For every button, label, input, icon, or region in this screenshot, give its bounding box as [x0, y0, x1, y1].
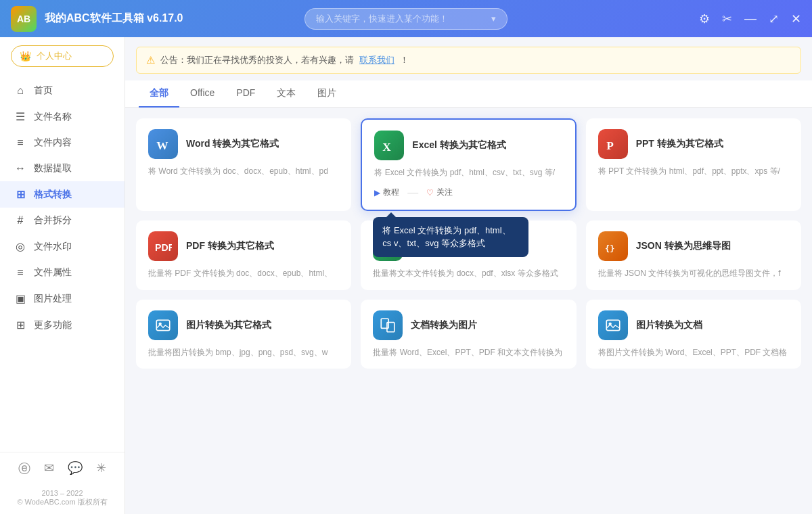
card-excel-actions: ▶ 教程 — ♡ 关注: [374, 187, 562, 199]
close-icon[interactable]: ✕: [791, 11, 801, 26]
tab-image[interactable]: 图片: [307, 80, 347, 108]
tab-office[interactable]: Office: [179, 80, 225, 108]
card-img2doc-desc: 将图片文件转换为 Word、Excel、PPT、PDF 文档格: [598, 347, 789, 358]
img2doc-icon: [598, 310, 628, 340]
scissors-icon[interactable]: ✂: [722, 11, 732, 26]
heart-icon: ♡: [426, 188, 434, 197]
svg-text:P: P: [606, 139, 614, 152]
card-word[interactable]: W Word 转换为其它格式 将 Word 文件转换为 doc、docx、epu…: [136, 118, 351, 211]
email-icon[interactable]: ✉: [44, 461, 54, 477]
sidebar-label-mergesplit: 合并拆分: [34, 214, 72, 227]
card-doc2img-desc: 批量将 Word、Excel、PPT、PDF 和文本文件转换为: [373, 347, 564, 358]
card-word-title: Word 转换为其它格式: [186, 138, 279, 150]
sidebar-label-imgprocess: 图片处理: [34, 293, 72, 305]
titlebar: AB 我的ABC软件工具箱 v6.17.0 输入关键字，快速进入某个功能！ ▾ …: [0, 0, 812, 37]
play-icon: ▶: [374, 188, 380, 197]
word-icon: W: [148, 129, 178, 159]
minimize-icon[interactable]: —: [744, 11, 757, 26]
sidebar-item-filecontent[interactable]: ≡ 文件内容: [0, 130, 125, 156]
filename-icon: ☰: [14, 110, 27, 123]
app-logo: AB: [11, 6, 37, 32]
card-doc2img-title: 文档转换为图片: [411, 319, 477, 331]
sidebar-item-filename[interactable]: ☰ 文件名称: [0, 103, 125, 130]
mergesplit-icon: #: [14, 214, 27, 227]
copyright: 2013 – 2022 © WodeABC.com 版权所有: [0, 485, 125, 514]
card-imgconv-header: 图片转换为其它格式: [148, 310, 339, 340]
imgprocess-icon: ▣: [14, 292, 27, 305]
card-ppt-desc: 将 PPT 文件转换为 html、pdf、ppt、pptx、xps 等/: [598, 166, 789, 177]
fileattr-icon: ≡: [14, 266, 27, 279]
sidebar-item-mergesplit[interactable]: # 合并拆分: [0, 208, 125, 233]
app-title: 我的ABC软件工具箱 v6.17.0: [45, 11, 183, 26]
tabs-container: 全部 Office PDF 文本 图片: [136, 80, 801, 107]
formatconvert-icon: ⊞: [14, 188, 27, 201]
cards-grid: W Word 转换为其它格式 将 Word 文件转换为 doc、docx、epu…: [125, 108, 812, 379]
card-textconv[interactable]: 文 文本转换为其它格式 批量将文本文件转换为 docx、pdf、xlsx 等众多…: [361, 220, 576, 290]
tab-pdf[interactable]: PDF: [225, 80, 266, 108]
card-ppt[interactable]: P PPT 转换为其它格式 将 PPT 文件转换为 html、pdf、ppt、p…: [586, 118, 801, 211]
follow-button[interactable]: ♡ 关注: [426, 187, 453, 199]
card-img2doc-header: 图片转换为文档: [598, 310, 789, 340]
card-imgconv-title: 图片转换为其它格式: [186, 319, 271, 331]
svg-text:W: W: [156, 139, 168, 152]
sidebar-label-formatconvert: 格式转换: [34, 189, 72, 201]
svg-text:PDF: PDF: [155, 241, 172, 252]
action-divider: —: [407, 187, 418, 199]
main-layout: 👑 个人中心 ⌂ 首页 ☰ 文件名称 ≡ 文件内容 ↔ 数据提取 ⊞ 格式转换: [0, 37, 812, 514]
home-icon: ⌂: [14, 85, 27, 97]
search-dropdown-icon: ▾: [491, 14, 496, 24]
sidebar-item-watermark[interactable]: ◎ 文件水印: [0, 233, 125, 260]
content-area: ⚠ 公告：我们正在寻找优秀的投资人，若有兴趣，请 联系我们 ！ 全部 Offic…: [125, 37, 812, 514]
svg-text:文: 文: [382, 241, 392, 253]
json-icon: {}: [598, 231, 628, 261]
user-center-button[interactable]: 👑 个人中心: [11, 45, 114, 67]
card-pdf-header: PDF PDF 转换为其它格式: [148, 231, 339, 261]
card-doc2img[interactable]: 文档转换为图片 批量将 Word、Excel、PPT、PDF 和文本文件转换为: [361, 300, 576, 369]
imgconv-icon: [148, 310, 178, 340]
sidebar-item-imgprocess[interactable]: ▣ 图片处理: [0, 285, 125, 312]
card-excel[interactable]: X Excel 转换为其它格式 将 Excel 文件转换为 pdf、html、c…: [361, 118, 576, 211]
sidebar-label-filecontent: 文件内容: [34, 137, 72, 149]
search-bar[interactable]: 输入关键字，快速进入某个功能！ ▾: [304, 8, 508, 30]
doc2img-icon: [373, 310, 403, 340]
chat-icon[interactable]: 💬: [68, 461, 83, 477]
card-ppt-header: P PPT 转换为其它格式: [598, 129, 789, 159]
sidebar-label-watermark: 文件水印: [34, 241, 72, 253]
announcement-link[interactable]: 联系我们: [359, 54, 394, 66]
announcement-text: 公告：我们正在寻找优秀的投资人，若有兴趣，请: [160, 54, 354, 66]
maximize-icon[interactable]: ⤢: [769, 11, 779, 26]
card-textconv-header: 文 文本转换为其它格式: [373, 231, 564, 261]
crown-icon: 👑: [20, 51, 31, 62]
sidebar-item-fileattr[interactable]: ≡ 文件属性: [0, 260, 125, 285]
sidebar-label-fileattr: 文件属性: [34, 266, 72, 279]
sidebar-item-dataextract[interactable]: ↔ 数据提取: [0, 156, 125, 181]
card-json[interactable]: {} JSON 转换为思维导图 批量将 JSON 文件转换为可视化的思维导图文件…: [586, 220, 801, 290]
card-word-desc: 将 Word 文件转换为 doc、docx、epub、html、pd: [148, 166, 339, 177]
announcement-bar: ⚠ 公告：我们正在寻找优秀的投资人，若有兴趣，请 联系我们 ！: [136, 47, 801, 74]
user-center-label: 个人中心: [37, 50, 72, 62]
sidebar-item-more[interactable]: ⊞ 更多功能: [0, 312, 125, 338]
tab-text[interactable]: 文本: [266, 80, 307, 108]
sidebar-item-formatconvert[interactable]: ⊞ 格式转换: [0, 181, 125, 208]
browser-icon[interactable]: ⓔ: [18, 461, 30, 477]
card-textconv-desc: 批量将文本文件转换为 docx、pdf、xlsx 等众多格式: [373, 268, 564, 279]
svg-text:X: X: [383, 141, 392, 154]
card-img2doc[interactable]: 图片转换为文档 将图片文件转换为 Word、Excel、PPT、PDF 文档格: [586, 300, 801, 369]
settings-icon[interactable]: ⚙: [699, 11, 710, 26]
more-icon: ⊞: [14, 319, 27, 331]
card-pdf[interactable]: PDF PDF 转换为其它格式 批量将 PDF 文件转换为 doc、docx、e…: [136, 220, 351, 290]
textconv-icon: 文: [373, 231, 403, 261]
tutorial-button[interactable]: ▶ 教程: [374, 187, 399, 199]
sidebar-item-home[interactable]: ⌂ 首页: [0, 78, 125, 103]
user-icon[interactable]: ✳: [96, 461, 106, 477]
announcement-icon: ⚠: [146, 54, 155, 66]
card-imgconv[interactable]: 图片转换为其它格式 批量将图片转换为 bmp、jpg、png、psd、svg、w: [136, 300, 351, 369]
sidebar: 👑 个人中心 ⌂ 首页 ☰ 文件名称 ≡ 文件内容 ↔ 数据提取 ⊞ 格式转换: [0, 37, 125, 514]
card-excel-title: Excel 转换为其它格式: [412, 139, 505, 151]
sidebar-bottom: ⓔ ✉ 💬 ✳: [0, 452, 125, 485]
card-img2doc-title: 图片转换为文档: [636, 319, 702, 331]
card-ppt-title: PPT 转换为其它格式: [636, 138, 723, 150]
tab-all[interactable]: 全部: [139, 80, 179, 108]
announcement-suffix: ！: [400, 54, 409, 66]
excel-icon: X: [374, 131, 404, 160]
